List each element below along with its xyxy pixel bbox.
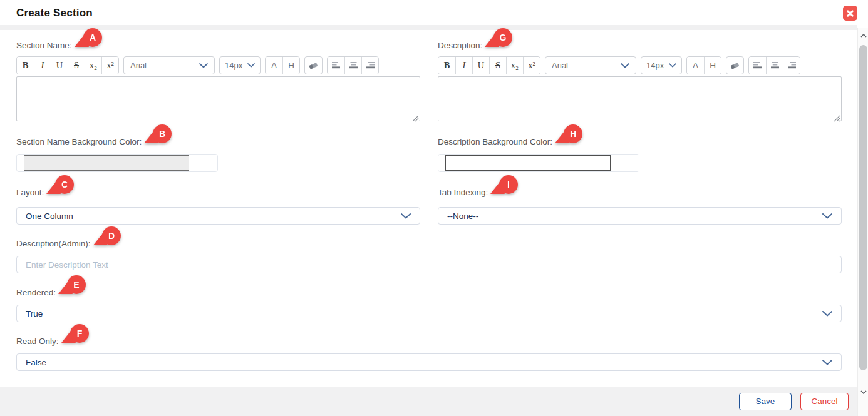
svg-text:E: E <box>73 280 79 290</box>
read-only-select[interactable]: False <box>16 353 842 371</box>
align-center-icon <box>349 62 358 69</box>
callout-badge-b: B <box>143 124 173 148</box>
section-name-column: Section Name: A B I U S x₂ x² <box>16 34 420 225</box>
superscript-button[interactable]: x² <box>523 57 540 74</box>
align-right-button[interactable] <box>361 57 378 74</box>
color-swatch <box>611 155 639 171</box>
align-left-button[interactable] <box>749 57 766 74</box>
format-button-group: B I U S x₂ x² <box>16 56 119 74</box>
color-preview <box>24 155 189 171</box>
font-color-button[interactable]: A <box>687 57 704 74</box>
font-family-value: Arial <box>130 61 147 70</box>
rendered-select[interactable]: True <box>16 305 842 322</box>
section-name-editor-wrap <box>16 76 420 124</box>
scroll-down-icon[interactable] <box>859 388 867 397</box>
chevron-down-icon <box>822 360 832 365</box>
callout-badge-i: I <box>489 175 519 198</box>
align-right-button[interactable] <box>783 57 800 74</box>
description-admin-input[interactable] <box>16 256 842 273</box>
close-button[interactable] <box>843 6 857 21</box>
description-admin-label: Description(Admin): <box>16 239 91 248</box>
layout-select[interactable]: One Column <box>16 207 420 225</box>
superscript-button[interactable]: x² <box>101 57 118 74</box>
align-right-icon <box>366 62 375 69</box>
chevron-down-icon <box>621 63 629 68</box>
layout-label: Layout: <box>16 188 44 197</box>
description-editor-wrap <box>438 76 842 124</box>
svg-text:H: H <box>570 129 576 139</box>
underline-button[interactable]: U <box>472 57 489 74</box>
description-editor[interactable] <box>438 76 842 121</box>
scrollbar[interactable] <box>857 28 868 416</box>
font-family-select[interactable]: Arial <box>545 56 636 74</box>
read-only-label: Read Only: <box>16 337 59 346</box>
callout-badge-h: H <box>554 124 584 148</box>
modal-body: Section Name: A B I U S x₂ x² <box>0 30 857 387</box>
rendered-label: Rendered: <box>16 288 56 297</box>
svg-text:B: B <box>159 129 165 139</box>
font-size-select[interactable]: 14px <box>219 56 261 74</box>
align-left-icon <box>753 62 762 69</box>
font-color-button[interactable]: A <box>266 57 282 74</box>
section-name-bg-color-field[interactable] <box>16 154 218 172</box>
bold-button[interactable]: B <box>17 57 34 74</box>
tab-indexing-select[interactable]: --None-- <box>438 207 842 225</box>
chevron-down-icon <box>247 63 255 68</box>
read-only-value: False <box>26 358 46 367</box>
scroll-up-icon[interactable] <box>859 31 867 40</box>
highlight-button[interactable]: H <box>704 57 721 74</box>
format-button-group: B I U S x₂ x² <box>438 56 540 74</box>
description-admin-label-row: Description(Admin): D <box>16 232 842 255</box>
callout-badge-c: C <box>45 175 75 198</box>
highlight-button[interactable]: H <box>282 57 299 74</box>
italic-button[interactable]: I <box>34 57 51 74</box>
rendered-value: True <box>26 309 43 318</box>
align-left-button[interactable] <box>328 57 344 74</box>
underline-button[interactable]: U <box>51 57 68 74</box>
align-button-group <box>748 56 800 74</box>
align-button-group <box>327 56 379 74</box>
font-family-select[interactable]: Arial <box>123 56 215 74</box>
font-size-select[interactable]: 14px <box>641 56 682 74</box>
chevron-down-icon <box>822 213 832 219</box>
description-label-row: Description: G <box>438 34 842 56</box>
color-button-group: A H <box>265 56 300 74</box>
strikethrough-button[interactable]: S <box>489 57 506 74</box>
section-name-bg-label-row: Section Name Background Color: B <box>16 130 420 153</box>
svg-text:F: F <box>76 328 82 338</box>
font-size-value: 14px <box>225 61 242 70</box>
richtext-toolbar: B I U S x₂ x² Arial 14px <box>438 56 842 74</box>
callout-badge-a: A <box>73 28 103 51</box>
page-title: Create Section <box>16 7 93 19</box>
section-name-editor[interactable] <box>16 76 420 121</box>
align-center-button[interactable] <box>766 57 783 74</box>
description-bg-color-field[interactable] <box>438 154 639 172</box>
chevron-down-icon <box>199 63 208 68</box>
section-name-label-row: Section Name: A <box>16 34 420 56</box>
tab-indexing-label-row: Tab Indexing: I <box>438 181 842 203</box>
bold-button[interactable]: B <box>438 57 455 74</box>
remove-format-button[interactable] <box>726 56 744 74</box>
layout-label-row: Layout: C <box>16 181 420 203</box>
color-preview <box>445 155 611 171</box>
remove-format-button[interactable] <box>304 56 323 74</box>
callout-badge-e: E <box>57 275 87 298</box>
chevron-down-icon <box>669 63 676 68</box>
description-label: Description: <box>438 41 482 50</box>
close-icon <box>847 10 854 17</box>
subscript-button[interactable]: x₂ <box>506 57 523 74</box>
color-swatch <box>189 155 217 171</box>
cancel-button[interactable]: Cancel <box>800 393 849 410</box>
align-center-icon <box>771 62 779 69</box>
subscript-button[interactable]: x₂ <box>85 57 101 74</box>
scrollbar-thumb[interactable] <box>859 45 867 370</box>
font-family-value: Arial <box>552 61 568 70</box>
save-button[interactable]: Save <box>739 393 792 410</box>
strikethrough-button[interactable]: S <box>68 57 85 74</box>
align-center-button[interactable] <box>344 57 361 74</box>
color-button-group: A H <box>686 56 721 74</box>
font-size-value: 14px <box>646 61 664 70</box>
italic-button[interactable]: I <box>455 57 472 74</box>
align-left-icon <box>332 62 340 69</box>
svg-text:C: C <box>61 180 68 190</box>
